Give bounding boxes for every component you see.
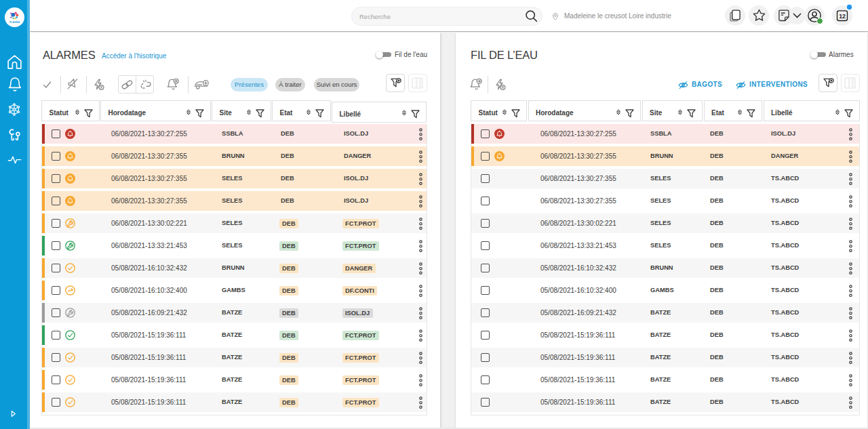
svg-text:12: 12 (839, 13, 846, 20)
svg-text:PLASMA: PLASMA (9, 21, 20, 24)
